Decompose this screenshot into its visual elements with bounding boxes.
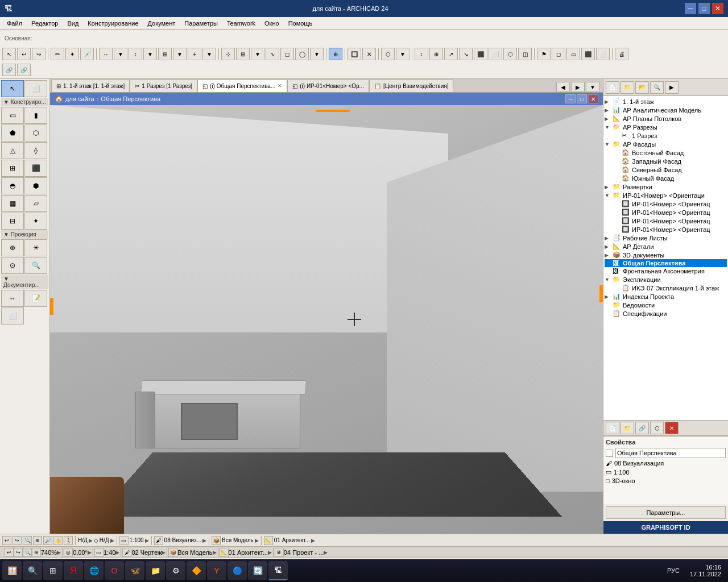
taskbar-chrome[interactable]: 🌐 bbox=[84, 561, 104, 580]
tree-item-3[interactable]: ▼📁АР Разрезы bbox=[605, 123, 727, 131]
rp-btn-5[interactable]: ▶ bbox=[665, 81, 679, 94]
taskbar-app5[interactable]: 🔄 bbox=[248, 561, 267, 580]
flag-btn-3[interactable]: ▭ bbox=[566, 48, 580, 60]
tab-floor-plan[interactable]: ⊞ 1. 1-й этаж [1. 1-й этаж] bbox=[51, 80, 130, 92]
sb1-arrow1[interactable]: ▶ bbox=[89, 538, 93, 543]
maximize-button[interactable]: □ bbox=[698, 3, 710, 14]
snap-btn-3[interactable]: ▼ bbox=[251, 48, 264, 60]
snap-btn-7[interactable]: ▼ bbox=[310, 48, 324, 60]
sb2-zoom2[interactable]: ⊕ bbox=[32, 548, 41, 557]
marquee-tool[interactable]: ⬜ bbox=[24, 80, 47, 97]
tab-nav-right[interactable]: ▶ bbox=[571, 82, 585, 92]
morph-tool[interactable]: ⬢ bbox=[24, 177, 47, 194]
tree-item-11[interactable]: ▼📁ИР-01<Номер> <Ориентаци bbox=[605, 191, 727, 199]
tree-arrow[interactable]: ▶ bbox=[605, 252, 613, 258]
tree-arrow[interactable]: ▼ bbox=[605, 193, 613, 198]
taskbar-app4[interactable]: 🔵 bbox=[228, 561, 247, 580]
more-btn-3[interactable]: ↗ bbox=[444, 48, 458, 60]
sb2-zoom[interactable]: 🔍 bbox=[23, 548, 32, 557]
menu-document[interactable]: Документ bbox=[143, 19, 180, 28]
figure-tool[interactable]: ▱ bbox=[24, 195, 47, 212]
link-btn-2[interactable]: 🔗 bbox=[17, 64, 31, 76]
menu-teamwork[interactable]: Teamwork bbox=[222, 19, 260, 28]
tree-item-17[interactable]: ▶📐АР Детали bbox=[605, 242, 727, 251]
tree-item-9[interactable]: 🏠Южный Фасад bbox=[605, 174, 727, 182]
snap-btn-1[interactable]: ⊹ bbox=[221, 48, 235, 60]
tree-arrow[interactable]: ▶ bbox=[605, 116, 613, 122]
taskbar-yandex-browser[interactable]: Y bbox=[207, 561, 226, 580]
tree-item-16[interactable]: ▶📑Рабочие Листы bbox=[605, 234, 727, 242]
tree-item-12[interactable]: 🔲ИР-01<Номер> <Ориентац bbox=[605, 199, 727, 208]
menu-file[interactable]: Файл bbox=[2, 19, 27, 28]
sb2-proj-arrow[interactable]: ▶ bbox=[324, 550, 328, 555]
sb2-model-btn[interactable]: 📦 bbox=[168, 548, 177, 557]
slab-tool[interactable]: ⬟ bbox=[1, 124, 24, 142]
menu-help[interactable]: Помощь bbox=[284, 19, 317, 28]
view-btn-4[interactable]: ▼ bbox=[143, 48, 157, 60]
object-tool[interactable]: ⊟ bbox=[1, 213, 24, 230]
tree-arrow[interactable]: ▶ bbox=[605, 235, 613, 241]
snap-btn-4[interactable]: ∿ bbox=[266, 48, 279, 60]
sb1-viz-arrow[interactable]: ▶ bbox=[202, 538, 206, 543]
sb2-scale-btn[interactable]: ▭ bbox=[94, 548, 104, 557]
link-btn-1[interactable]: 🔗 bbox=[2, 64, 16, 76]
sb1-viz-btn[interactable]: 🖌 bbox=[154, 536, 163, 545]
zone-tool[interactable]: ⬜ bbox=[1, 307, 24, 325]
tab-teamwork[interactable]: 📋 [Центр Взаимодействия] bbox=[369, 80, 453, 92]
rp-btn-1[interactable]: 📄 bbox=[606, 81, 619, 94]
tree-arrow[interactable]: ▶ bbox=[605, 244, 613, 250]
menu-view[interactable]: Вид bbox=[63, 19, 83, 28]
menu-window[interactable]: Окно bbox=[260, 19, 284, 28]
sb1-arch-btn[interactable]: 📐 bbox=[264, 536, 273, 545]
tree-item-19[interactable]: 🖼Общая Перспектива bbox=[605, 259, 727, 267]
tree-item-1[interactable]: ▶📊АР Аналитическая Модель bbox=[605, 106, 727, 114]
minimize-button[interactable]: ─ bbox=[685, 3, 696, 14]
view-btn-7[interactable]: + bbox=[188, 48, 201, 60]
lang-indicator[interactable]: РУС bbox=[663, 567, 684, 574]
snap-btn-6[interactable]: ◯ bbox=[295, 48, 309, 60]
tree-arrow[interactable]: ▼ bbox=[605, 124, 613, 130]
tree-arrow[interactable]: ▶ bbox=[605, 107, 613, 113]
3d-btn-2[interactable]: ▼ bbox=[396, 48, 410, 60]
sb2-model-arrow[interactable]: ▶ bbox=[213, 550, 217, 555]
more-btn-2[interactable]: ⊕ bbox=[429, 48, 443, 60]
column-tool[interactable]: ▮ bbox=[24, 107, 47, 124]
prop-checkbox-1[interactable] bbox=[606, 450, 613, 457]
tree-item-5[interactable]: ▼📁АР Фасады bbox=[605, 140, 727, 148]
3d-btn-1[interactable]: ⬡ bbox=[381, 48, 395, 60]
taskbar-app1[interactable]: 🦋 bbox=[125, 561, 144, 580]
sb1-undo[interactable]: ↩ bbox=[2, 536, 11, 545]
sb1-zoom2[interactable]: 🔎 bbox=[43, 536, 52, 545]
railing-tool[interactable]: ⟠ bbox=[24, 142, 47, 159]
tree-item-21[interactable]: ▼📁Экспликации bbox=[605, 275, 727, 284]
sb2-draw-arrow[interactable]: ▶ bbox=[162, 550, 166, 555]
sb1-arch-arrow[interactable]: ▶ bbox=[311, 538, 315, 543]
view-btn-3[interactable]: ↕ bbox=[129, 48, 142, 60]
camera-tool[interactable]: ⊕ bbox=[1, 239, 24, 256]
lamp-tool[interactable]: ✦ bbox=[24, 213, 47, 230]
vp-minimize[interactable]: ─ bbox=[565, 94, 576, 103]
sb1-arrow2[interactable]: ▶ bbox=[110, 538, 114, 543]
tree-item-22[interactable]: 📋ИКЭ-07 Экспликация 1-й этаж bbox=[605, 284, 727, 292]
tree-item-24[interactable]: 📁Ведомости bbox=[605, 301, 727, 309]
view-btn-5[interactable]: ⊞ bbox=[158, 48, 172, 60]
view-btn-8[interactable]: ▼ bbox=[202, 48, 216, 60]
rpb-btn-4[interactable]: ⬡ bbox=[650, 422, 664, 434]
tree-item-14[interactable]: 🔲ИР-01<Номер> <Ориентац bbox=[605, 217, 727, 225]
tree-item-20[interactable]: 🖼Фронтальная Аксонометрия bbox=[605, 267, 727, 275]
taskbar-search[interactable]: 🔍 bbox=[23, 561, 42, 580]
flag-btn-2[interactable]: ◻ bbox=[552, 48, 565, 60]
sb2-undo[interactable]: ↩ bbox=[5, 548, 14, 557]
tab-perspective[interactable]: ◱ (i) Общая Перспектива... ✕ bbox=[197, 80, 287, 92]
sb2-angle-arrow[interactable]: ▶ bbox=[88, 550, 92, 555]
arrow-tool[interactable]: ↖ bbox=[2, 48, 16, 60]
view-btn-2[interactable]: ▼ bbox=[114, 48, 127, 60]
more-btn-6[interactable]: ⬜ bbox=[489, 48, 502, 60]
vp-maximize[interactable]: □ bbox=[577, 94, 587, 103]
tab-dropdown[interactable]: ▼ bbox=[586, 82, 599, 92]
tree-item-18[interactable]: ▶📦3D-документы bbox=[605, 251, 727, 259]
taskbar-yandex[interactable]: Я bbox=[64, 561, 83, 580]
sb1-scale-arrow[interactable]: ▶ bbox=[145, 538, 149, 543]
more-btn-1[interactable]: ↕ bbox=[415, 48, 428, 60]
shell-tool[interactable]: ◓ bbox=[1, 177, 24, 194]
